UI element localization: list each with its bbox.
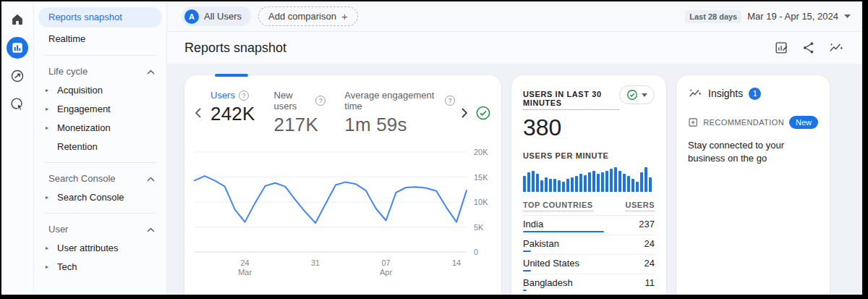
country-cell: Bangladesh: [523, 277, 573, 291]
sidebar-item-acquisition[interactable]: ▸Acquisition: [38, 81, 162, 100]
country-users-value: 24: [644, 238, 655, 249]
country-bar: [523, 290, 527, 291]
sidebar-item-label: Search Console: [57, 192, 124, 203]
realtime-card: USERS IN LAST 30 MINUTES 380 USERS PER M…: [511, 75, 666, 295]
advertising-icon[interactable]: [7, 93, 28, 115]
country-row-india[interactable]: India237: [523, 216, 655, 235]
svg-text:5K: 5K: [474, 223, 484, 232]
top-countries-col-label: TOP COUNTRIES: [523, 201, 593, 211]
metric-tab-users[interactable]: Users?242K: [210, 90, 255, 136]
per-minute-bar: [588, 172, 591, 192]
per-minute-bar: [618, 171, 621, 192]
country-cell: Pakistan: [523, 238, 559, 252]
sidebar-item-user-attributes[interactable]: ▸User attributes: [38, 239, 162, 258]
data-quality-check-icon[interactable]: [474, 104, 493, 122]
country-name: United States: [523, 258, 579, 269]
realtime-status-dropdown[interactable]: [619, 85, 655, 104]
help-icon[interactable]: ?: [239, 90, 249, 101]
all-users-pill[interactable]: A All Users: [182, 7, 251, 26]
sidebar-item-monetization[interactable]: ▸Monetization: [38, 119, 162, 138]
metric-label: Average engagement time: [344, 90, 441, 111]
reports-icon[interactable]: [7, 37, 28, 59]
sidebar-item-label: Acquisition: [57, 85, 103, 96]
new-badge: New: [789, 116, 818, 129]
add-comparison-button[interactable]: Add comparison +: [258, 7, 358, 26]
sidebar-item-reports-snapshot[interactable]: Reports snapshot: [38, 7, 162, 28]
top-countries-header: TOP COUNTRIES USERS: [523, 201, 655, 216]
country-users-value: 11: [645, 277, 655, 288]
audience-avatar: A: [184, 9, 199, 24]
country-row-united-states[interactable]: United States24: [523, 255, 655, 274]
recommendation-icon: [688, 117, 698, 128]
per-minute-bar: [636, 182, 639, 192]
expand-arrow-icon: ▸: [46, 81, 48, 100]
sidebar-section-life-cycle[interactable]: Life cycle: [38, 59, 162, 81]
per-minute-bar: [545, 177, 548, 192]
overview-chart-card: Users?242KNew users?217KAverage engageme…: [184, 75, 501, 295]
per-minute-bar: [597, 174, 600, 192]
users-per-minute-chart[interactable]: [523, 166, 655, 192]
per-minute-bar: [527, 172, 530, 192]
country-row-pakistan[interactable]: Pakistan24: [523, 235, 655, 255]
per-minute-bar: [610, 169, 613, 192]
chevron-down-icon: [844, 14, 851, 18]
metrics-next-button[interactable]: [455, 104, 474, 122]
sidebar-section-user[interactable]: User: [38, 216, 162, 239]
metric-tab-new-users[interactable]: New users?217K: [274, 90, 326, 136]
share-icon[interactable]: [800, 39, 817, 56]
realtime-title: USERS IN LAST 30 MINUTES: [523, 90, 619, 110]
audience-label: All Users: [204, 11, 242, 22]
metric-label: Users: [210, 90, 235, 101]
per-minute-bar: [592, 171, 595, 192]
insights-spark-icon[interactable]: [827, 39, 845, 56]
sidebar-divider: [44, 55, 156, 56]
chevron-down-icon: [642, 93, 647, 97]
insights-title: Insights: [708, 88, 743, 99]
metric-label: New users: [274, 90, 312, 111]
expand-arrow-icon: ▸: [46, 258, 48, 277]
expand-arrow-icon: ▸: [46, 188, 48, 207]
home-icon[interactable]: [7, 9, 28, 30]
per-minute-bar: [575, 176, 578, 192]
realtime-header: USERS IN LAST 30 MINUTES: [523, 85, 655, 110]
metrics-prev-button[interactable]: [189, 104, 208, 122]
per-minute-bar: [631, 179, 634, 192]
per-minute-bar: [536, 174, 539, 192]
main-area: A All Users Add comparison + Last 28 day…: [167, 1, 862, 295]
per-minute-bar: [584, 175, 587, 192]
svg-text:07: 07: [381, 258, 390, 267]
per-minute-bar: [601, 172, 604, 192]
svg-text:31: 31: [311, 258, 320, 267]
per-minute-bar: [553, 179, 556, 192]
help-icon[interactable]: ?: [315, 96, 326, 106]
sidebar-item-engagement[interactable]: ▸Engagement: [38, 100, 162, 119]
country-row-bangladesh[interactable]: Bangladesh11: [523, 274, 655, 294]
country-name: Bangladesh: [523, 277, 573, 288]
date-range-text: Mar 19 - Apr 15, 2024: [747, 11, 838, 22]
metric-tab-average-engagement-time[interactable]: Average engagement time?1m 59s: [344, 90, 455, 136]
country-row-australia[interactable]: Australia6: [523, 294, 655, 295]
per-minute-bar: [549, 179, 552, 192]
sidebar: Reports snapshotRealtimeLife cycle▸Acqui…: [34, 1, 167, 295]
country-cell: India: [523, 219, 604, 232]
sidebar-item-tech[interactable]: ▸Tech: [38, 258, 162, 277]
country-users-value: 237: [639, 219, 655, 229]
country-users-value: 24: [644, 258, 655, 269]
country-name: India: [523, 219, 604, 229]
help-icon[interactable]: ?: [445, 96, 455, 106]
explore-icon[interactable]: [7, 65, 28, 87]
icon-rail: [1, 1, 34, 295]
per-minute-bar: [562, 182, 565, 192]
add-comparison-label: Add comparison: [268, 11, 336, 22]
customize-report-icon[interactable]: [773, 39, 790, 56]
sidebar-item-realtime[interactable]: Realtime: [38, 29, 162, 49]
svg-text:24: 24: [241, 258, 250, 267]
users-line-chart[interactable]: 05K10K15K20K24Mar3107Apr14: [184, 143, 501, 282]
per-minute-bar: [614, 167, 617, 192]
metric-value: 217K: [274, 114, 326, 136]
date-range-picker[interactable]: Last 28 days Mar 19 - Apr 15, 2024: [685, 10, 851, 23]
sidebar-item-retention[interactable]: Retention: [38, 138, 162, 156]
sidebar-section-search-console[interactable]: Search Console: [38, 166, 162, 188]
sidebar-item-search-console[interactable]: ▸Search Console: [38, 188, 162, 207]
sidebar-item-label: Engagement: [57, 104, 111, 114]
